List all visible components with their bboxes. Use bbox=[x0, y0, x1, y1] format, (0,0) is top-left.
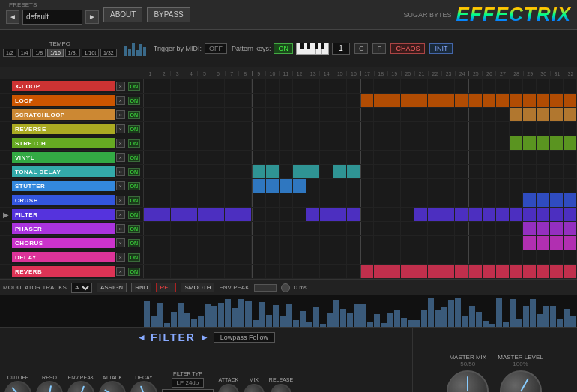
attack-knob[interactable] bbox=[99, 381, 126, 393]
step-cell[interactable] bbox=[333, 94, 347, 107]
step-cell[interactable] bbox=[293, 79, 306, 93]
time-sig-sixteenth[interactable]: 1/16 bbox=[47, 49, 64, 57]
step-cell[interactable] bbox=[523, 94, 537, 107]
step-cell[interactable] bbox=[171, 179, 184, 193]
track-name[interactable]: CHORUS bbox=[12, 238, 115, 248]
step-cell[interactable] bbox=[483, 193, 496, 207]
step-cell[interactable] bbox=[428, 208, 441, 221]
step-cell[interactable] bbox=[523, 265, 537, 278]
step-cell[interactable] bbox=[293, 179, 306, 193]
step-cell[interactable] bbox=[510, 108, 523, 121]
step-cell[interactable] bbox=[537, 122, 550, 136]
step-cell[interactable] bbox=[510, 236, 523, 250]
step-cell[interactable] bbox=[238, 122, 252, 136]
trigger-off-button[interactable]: OFF bbox=[205, 43, 227, 54]
step-cell[interactable] bbox=[550, 193, 564, 207]
step-cell[interactable] bbox=[441, 250, 455, 264]
step-cell[interactable] bbox=[387, 122, 401, 136]
step-cell[interactable] bbox=[401, 265, 414, 278]
step-cell[interactable] bbox=[414, 94, 428, 107]
step-cell[interactable] bbox=[468, 222, 483, 235]
step-cell[interactable] bbox=[455, 151, 468, 164]
step-cell[interactable] bbox=[225, 151, 238, 164]
release-knob[interactable] bbox=[271, 384, 291, 393]
step-cell[interactable] bbox=[184, 108, 198, 121]
step-cell[interactable] bbox=[428, 222, 441, 235]
step-cell[interactable] bbox=[280, 222, 293, 235]
step-cell[interactable] bbox=[211, 250, 225, 264]
step-cell[interactable] bbox=[441, 136, 455, 150]
step-cell[interactable] bbox=[564, 193, 577, 207]
step-cell[interactable] bbox=[401, 250, 414, 264]
step-cell[interactable] bbox=[360, 265, 375, 278]
step-cell[interactable] bbox=[293, 165, 306, 178]
step-cell[interactable] bbox=[564, 94, 577, 107]
step-cell[interactable] bbox=[374, 79, 387, 93]
step-cell[interactable] bbox=[510, 250, 523, 264]
track-name[interactable]: PHASER bbox=[12, 223, 115, 234]
step-cell[interactable] bbox=[496, 136, 510, 150]
step-cell[interactable] bbox=[428, 165, 441, 178]
track-mute-button[interactable]: × bbox=[116, 181, 125, 190]
step-cell[interactable] bbox=[266, 179, 280, 193]
step-cell[interactable] bbox=[414, 79, 428, 93]
step-cell[interactable] bbox=[401, 193, 414, 207]
track-mute-button[interactable]: × bbox=[116, 267, 125, 276]
step-cell[interactable] bbox=[320, 250, 333, 264]
step-cell[interactable] bbox=[455, 222, 468, 235]
prev-preset-button[interactable]: ◄ bbox=[6, 10, 19, 24]
step-cell[interactable] bbox=[387, 193, 401, 207]
step-cell[interactable] bbox=[320, 222, 333, 235]
step-cell[interactable] bbox=[510, 265, 523, 278]
step-cell[interactable] bbox=[401, 79, 414, 93]
step-cell[interactable] bbox=[401, 208, 414, 221]
step-cell[interactable] bbox=[564, 79, 577, 93]
step-cell[interactable] bbox=[468, 208, 483, 221]
step-cell[interactable] bbox=[306, 122, 320, 136]
step-cell[interactable] bbox=[293, 94, 306, 107]
step-cell[interactable] bbox=[537, 165, 550, 178]
step-cell[interactable] bbox=[157, 193, 171, 207]
env-peak-slider[interactable] bbox=[254, 284, 277, 292]
step-cell[interactable] bbox=[280, 236, 293, 250]
track-on-button[interactable]: ON bbox=[128, 268, 141, 276]
step-cell[interactable] bbox=[468, 151, 483, 164]
step-cell[interactable] bbox=[184, 250, 198, 264]
step-cell[interactable] bbox=[564, 179, 577, 193]
step-cell[interactable] bbox=[455, 208, 468, 221]
decay-knob[interactable] bbox=[130, 381, 157, 393]
step-cell[interactable] bbox=[293, 222, 306, 235]
step-cell[interactable] bbox=[496, 108, 510, 121]
track-on-button[interactable]: ON bbox=[128, 139, 141, 148]
step-cell[interactable] bbox=[455, 136, 468, 150]
cutoff-knob[interactable] bbox=[4, 381, 31, 393]
step-cell[interactable] bbox=[510, 79, 523, 93]
step-cell[interactable] bbox=[496, 250, 510, 264]
step-cell[interactable] bbox=[387, 136, 401, 150]
step-cell[interactable] bbox=[238, 236, 252, 250]
step-cell[interactable] bbox=[468, 236, 483, 250]
step-cell[interactable] bbox=[360, 236, 375, 250]
step-cell[interactable] bbox=[496, 236, 510, 250]
step-cell[interactable] bbox=[198, 151, 211, 164]
step-cell[interactable] bbox=[468, 136, 483, 150]
track-name[interactable]: CRUSH bbox=[12, 195, 115, 205]
step-cell[interactable] bbox=[157, 208, 171, 221]
step-cell[interactable] bbox=[320, 265, 333, 278]
step-cell[interactable] bbox=[157, 122, 171, 136]
step-cell[interactable] bbox=[238, 265, 252, 278]
step-cell[interactable] bbox=[306, 193, 320, 207]
step-cell[interactable] bbox=[252, 179, 266, 193]
step-cell[interactable] bbox=[360, 208, 375, 221]
step-cell[interactable] bbox=[238, 108, 252, 121]
step-cell[interactable] bbox=[550, 236, 564, 250]
step-cell[interactable] bbox=[252, 151, 266, 164]
step-cell[interactable] bbox=[157, 79, 171, 93]
step-cell[interactable] bbox=[333, 165, 347, 178]
time-sig-half[interactable]: 1/2 bbox=[3, 49, 16, 57]
step-cell[interactable] bbox=[550, 265, 564, 278]
track-on-button[interactable]: ON bbox=[128, 125, 141, 133]
step-cell[interactable] bbox=[293, 208, 306, 221]
step-cell[interactable] bbox=[333, 136, 347, 150]
track-on-button[interactable]: ON bbox=[128, 182, 141, 190]
